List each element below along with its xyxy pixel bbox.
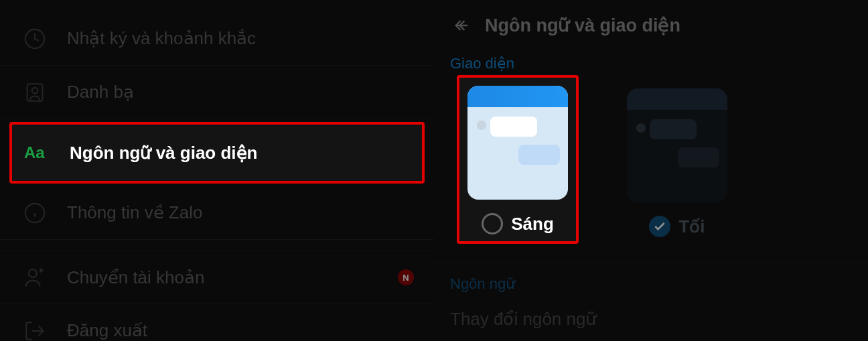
back-button[interactable] [450,13,474,38]
menu-label: Thông tin về Zalo [67,202,202,223]
info-icon [20,198,50,228]
clock-icon [20,24,50,54]
svg-point-2 [32,87,38,93]
menu-label: Nhật ký và khoảnh khắc [67,28,256,49]
change-language-item[interactable]: Thay đổi ngôn ngữ [434,305,868,334]
theme-options-row: Sáng Tối [434,84,868,244]
new-badge: N [398,269,414,285]
section-label-language: Ngôn ngữ [434,263,868,305]
radio-checked-icon [649,216,670,237]
theme-name-dark: Tối [678,216,705,237]
settings-menu-panel: Nhật ký và khoảnh khắc Danh bạ Aa Ngôn n… [0,0,434,341]
panel-title: Ngôn ngữ và giao diện [485,15,680,36]
menu-label: Ngôn ngữ và giao diện [70,143,257,163]
menu-item-about[interactable]: Thông tin về Zalo [0,186,434,240]
svg-point-7 [29,269,37,277]
svg-text:Aa: Aa [24,143,45,161]
theme-name-light: Sáng [511,214,554,234]
menu-label: Chuyển tài khoản [67,267,204,288]
theme-option-dark[interactable]: Tối [627,88,727,244]
logout-icon [20,316,50,342]
radio-unchecked-icon [482,213,503,234]
switch-account-icon [20,263,50,292]
menu-label: Đăng xuất [67,320,147,341]
aa-icon: Aa [23,138,52,167]
menu-item-logout[interactable]: Đăng xuất [0,304,434,341]
menu-item-switch-account[interactable]: Chuyển tài khoản N [0,251,434,304]
svg-rect-1 [27,84,43,101]
language-interface-panel: Ngôn ngữ và giao diện Giao diện Sáng [434,0,868,341]
panel-header: Ngôn ngữ và giao diện [434,0,868,48]
menu-item-language-interface[interactable]: Aa Ngôn ngữ và giao diện [9,122,425,184]
menu-item-contacts[interactable]: Danh bạ [0,66,434,119]
menu-item-diary[interactable]: Nhật ký và khoảnh khắc [0,12,434,66]
theme-preview-light [467,86,568,200]
contact-icon [20,78,50,107]
menu-label: Danh bạ [67,82,134,103]
theme-option-light[interactable]: Sáng [457,75,579,244]
theme-preview-dark [627,88,727,202]
